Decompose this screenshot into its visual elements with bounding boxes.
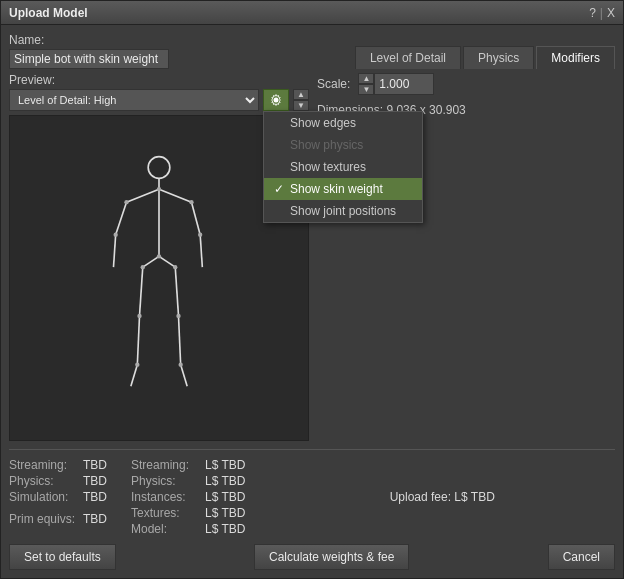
dropdown-show-textures[interactable]: Show textures <box>264 156 422 178</box>
svg-line-6 <box>116 202 127 234</box>
main-area: Preview: Level of Detail: High Level of … <box>9 73 615 441</box>
stats-right-col: Streaming: L$ TBD Physics: L$ TBD Instan… <box>131 458 245 536</box>
stat-textures-value: L$ TBD <box>205 506 245 520</box>
svg-line-12 <box>140 267 143 316</box>
tab-modifiers[interactable]: Modifiers <box>536 46 615 69</box>
svg-line-11 <box>159 256 175 267</box>
stat-physics-right: Physics: L$ TBD <box>131 474 245 488</box>
bottom-section: Streaming: TBD Physics: TBD Simulation: … <box>9 449 615 570</box>
svg-line-16 <box>179 316 181 365</box>
cancel-button[interactable]: Cancel <box>548 544 615 570</box>
stat-instances-value: L$ TBD <box>205 490 245 504</box>
svg-line-13 <box>137 316 139 365</box>
stat-streaming-right-value: L$ TBD <box>205 458 245 472</box>
svg-point-24 <box>141 265 145 269</box>
stat-simulation-left: Simulation: TBD <box>9 490 107 504</box>
stat-model-value: L$ TBD <box>205 522 245 536</box>
dropdown-show-physics: Show physics <box>264 134 422 156</box>
name-section: Name: <box>9 33 169 69</box>
close-button[interactable]: X <box>607 6 615 20</box>
preview-toolbar: Level of Detail: High Level of Detail: M… <box>9 89 309 111</box>
set-defaults-button[interactable]: Set to defaults <box>9 544 116 570</box>
tab-level-of-detail[interactable]: Level of Detail <box>355 46 461 69</box>
stat-physics-right-label: Physics: <box>131 474 201 488</box>
scale-up-btn[interactable]: ▲ <box>358 73 374 84</box>
svg-line-15 <box>175 267 178 316</box>
scale-label: Scale: <box>317 77 350 91</box>
tab-physics[interactable]: Physics <box>463 46 534 69</box>
calculate-button[interactable]: Calculate weights & fee <box>254 544 409 570</box>
lod-select[interactable]: Level of Detail: High Level of Detail: M… <box>9 89 259 111</box>
svg-point-22 <box>198 233 202 237</box>
svg-point-29 <box>179 363 183 367</box>
stat-prim-label: Prim equivs: <box>9 512 79 526</box>
svg-line-8 <box>192 202 201 234</box>
dropdown-show-joint-positions[interactable]: Show joint positions <box>264 200 422 222</box>
svg-point-26 <box>137 314 141 318</box>
svg-point-21 <box>114 233 118 237</box>
upload-model-dialog: Upload Model ? | X Name: Level of Detail… <box>0 0 624 579</box>
check-joint-positions <box>274 204 286 218</box>
svg-point-1 <box>148 157 170 179</box>
gear-icon <box>269 93 283 107</box>
stat-instances-right: Instances: L$ TBD <box>131 490 245 504</box>
svg-point-18 <box>157 187 161 191</box>
svg-line-17 <box>181 365 188 387</box>
scale-input[interactable] <box>374 73 434 95</box>
dropdown-menu: Show edges Show physics Show textures <box>263 111 423 223</box>
gear-button[interactable] <box>263 89 289 111</box>
button-row: Set to defaults Calculate weights & fee … <box>9 544 615 570</box>
svg-point-0 <box>274 98 279 103</box>
preview-label: Preview: <box>9 73 309 87</box>
stat-model-label: Model: <box>131 522 201 536</box>
dropdown-show-edges[interactable]: Show edges <box>264 112 422 134</box>
header-row: Name: Level of Detail Physics Modifiers <box>9 33 615 69</box>
help-button[interactable]: ? <box>589 6 596 20</box>
svg-point-20 <box>189 200 193 204</box>
stat-textures-label: Textures: <box>131 506 201 520</box>
scroll-up[interactable]: ▲ <box>293 89 309 100</box>
stat-physics-value: TBD <box>83 474 107 488</box>
stat-textures-right: Textures: L$ TBD <box>131 506 245 520</box>
dropdown-show-skin-weight[interactable]: ✓ Show skin weight <box>264 178 422 200</box>
stat-streaming-right: Streaming: L$ TBD <box>131 458 245 472</box>
gear-button-wrapper: Show edges Show physics Show textures <box>263 89 289 111</box>
stat-model-right: Model: L$ TBD <box>131 522 245 536</box>
svg-line-4 <box>159 189 192 202</box>
main-content: Name: Level of Detail Physics Modifiers … <box>1 25 623 578</box>
stat-instances-label: Instances: <box>131 490 201 504</box>
stat-physics-left: Physics: TBD <box>9 474 107 488</box>
stat-spacer <box>9 506 107 510</box>
upload-fee-container: Upload fee: L$ TBD <box>269 458 615 536</box>
scale-down-btn[interactable]: ▼ <box>358 84 374 95</box>
stats-left-col: Streaming: TBD Physics: TBD Simulation: … <box>9 458 107 536</box>
stat-physics-label: Physics: <box>9 474 79 488</box>
svg-point-23 <box>157 254 161 258</box>
svg-point-19 <box>124 200 128 204</box>
svg-line-10 <box>143 256 159 267</box>
svg-line-3 <box>127 189 160 202</box>
stat-streaming-left: Streaming: TBD <box>9 458 107 472</box>
scale-spinner: ▲ ▼ <box>358 73 374 95</box>
svg-point-27 <box>176 314 180 318</box>
scale-input-group: ▲ ▼ <box>358 73 434 95</box>
scroll-down[interactable]: ▼ <box>293 100 309 111</box>
svg-line-9 <box>200 235 202 268</box>
svg-line-14 <box>131 365 138 387</box>
title-controls: ? | X <box>589 6 615 20</box>
stat-prim-left: Prim equivs: TBD <box>9 512 107 526</box>
check-textures <box>274 160 286 174</box>
stat-simulation-value: TBD <box>83 490 107 504</box>
title-bar: Upload Model ? | X <box>1 1 623 25</box>
stat-streaming-value: TBD <box>83 458 107 472</box>
stat-simulation-label: Simulation: <box>9 490 79 504</box>
svg-point-25 <box>173 265 177 269</box>
stats-row: Streaming: TBD Physics: TBD Simulation: … <box>9 458 615 536</box>
svg-point-28 <box>135 363 139 367</box>
upload-fee-text: Upload fee: L$ TBD <box>390 486 495 508</box>
stat-physics-right-value: L$ TBD <box>205 474 245 488</box>
name-label: Name: <box>9 33 169 47</box>
check-skin-weight: ✓ <box>274 182 286 196</box>
name-input[interactable] <box>9 49 169 69</box>
stat-streaming-label: Streaming: <box>9 458 79 472</box>
